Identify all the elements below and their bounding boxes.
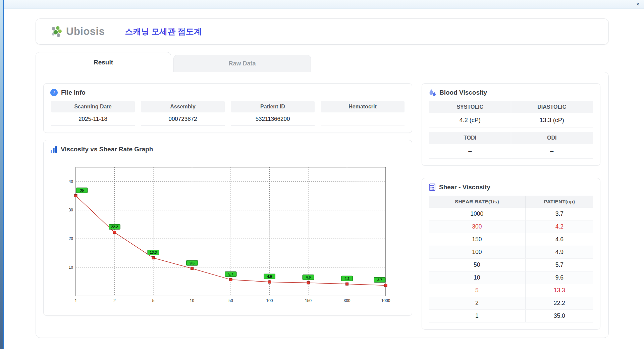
result-panel: i File Info Scanning Date 2025-11-18 Ass… [36, 72, 609, 338]
svg-text:20: 20 [69, 236, 73, 241]
tab-result[interactable]: Result [36, 52, 171, 72]
table-row: 109.6 [429, 271, 593, 284]
svg-text:5: 5 [152, 298, 155, 303]
table-row: 513.3 [429, 284, 593, 297]
todi-value: – [429, 144, 511, 159]
bar-chart-icon [50, 146, 57, 153]
diastolic-header: DIASTOLIC [511, 101, 593, 113]
table-row: 1004.9 [429, 246, 593, 259]
shear-table-head: SHEAR RATE(1/s) PATIENT(cp) [429, 196, 593, 208]
shear-rate-cell: 300 [429, 220, 525, 233]
odi-header: ODI [511, 132, 593, 144]
diastolic-value: 13.3 (cP) [511, 113, 593, 128]
hematocrit-value [321, 112, 405, 126]
table-row: 3004.2 [429, 220, 593, 233]
svg-text:9.6: 9.6 [190, 261, 195, 265]
svg-text:100: 100 [266, 298, 273, 303]
chart-container: 10203040125105010015030010003522.213.39.… [50, 158, 405, 309]
patient-cell: 3.7 [525, 208, 593, 220]
svg-text:3.7: 3.7 [377, 278, 382, 282]
svg-text:150: 150 [305, 298, 312, 303]
table-row: 222.2 [429, 297, 593, 310]
shear-table-body: 10003.73004.21504.61004.9505.7109.6513.3… [429, 208, 593, 322]
scanning-date-field: Scanning Date 2025-11-18 [51, 101, 135, 126]
scanning-date-label: Scanning Date [51, 101, 135, 112]
table-row: 135.0 [429, 310, 593, 322]
patient-cell: 4.6 [525, 233, 593, 246]
patient-cell: 13.3 [525, 284, 593, 297]
blood-viscosity-header: Blood Viscosity [429, 89, 593, 96]
svg-text:10: 10 [190, 298, 195, 303]
app-window: × Ubiosis 스캐닝 모세관 점도계 Result Raw Data [3, 0, 644, 349]
systolic-diastolic-row: SYSTOLIC DIASTOLIC 4.2 (cP) 13.3 (cP) [429, 101, 593, 128]
table-row: 505.7 [429, 259, 593, 271]
patient-cell: 35.0 [525, 310, 593, 322]
systolic-value: 4.2 (cP) [429, 113, 511, 128]
svg-text:50: 50 [228, 298, 233, 303]
patient-id-label: Patient ID [231, 101, 315, 112]
app-title: 스캐닝 모세관 점도계 [125, 26, 202, 37]
svg-text:13.3: 13.3 [150, 250, 157, 254]
shear-rate-cell: 50 [429, 259, 525, 271]
left-column: i File Info Scanning Date 2025-11-18 Ass… [43, 83, 412, 330]
shear-rate-cell: 5 [429, 284, 525, 297]
graph-card: Viscosity vs Shear Rate Graph 1020304012… [43, 140, 412, 316]
svg-text:22.2: 22.2 [111, 225, 118, 229]
patient-column-header: PATIENT(cp) [525, 196, 593, 208]
shear-viscosity-card: Shear - Viscosity SHEAR RATE(1/s) PATIEN… [422, 178, 600, 330]
close-icon[interactable]: × [636, 2, 639, 7]
calculator-icon [429, 184, 436, 191]
tab-raw-data[interactable]: Raw Data [173, 55, 311, 72]
droplet-icon [429, 89, 436, 96]
logo-text: Ubiosis [66, 26, 105, 38]
svg-text:10: 10 [69, 265, 73, 270]
svg-text:4.9: 4.9 [267, 275, 272, 279]
logo: Ubiosis [50, 26, 105, 38]
scanning-date-value: 2025-11-18 [51, 112, 135, 126]
patient-cell: 4.2 [525, 220, 593, 233]
logo-icon [50, 26, 63, 37]
patient-cell: 5.7 [525, 259, 593, 271]
assembly-label: Assembly [141, 101, 225, 112]
shear-rate-cell: 2 [429, 297, 525, 310]
graph-header: Viscosity vs Shear Rate Graph [50, 146, 405, 153]
viscosity-chart: 10203040125105010015030010003522.213.39.… [59, 158, 391, 307]
patient-id-field: Patient ID 53211366200 [231, 101, 315, 126]
hematocrit-field: Hematocrit [321, 101, 405, 126]
patient-cell: 4.9 [525, 246, 593, 259]
svg-text:40: 40 [69, 179, 73, 184]
todi-odi-row: TODI ODI – – [429, 132, 593, 159]
table-row: 1504.6 [429, 233, 593, 246]
svg-text:2: 2 [113, 298, 116, 303]
patient-id-value: 53211366200 [231, 112, 315, 126]
shear-viscosity-title: Shear - Viscosity [439, 184, 490, 191]
svg-text:35: 35 [80, 188, 84, 192]
desktop-background [0, 0, 3, 349]
svg-text:1000: 1000 [381, 298, 390, 303]
shear-viscosity-header: Shear - Viscosity [429, 184, 593, 191]
blood-viscosity-title: Blood Viscosity [439, 89, 487, 96]
odi-value: – [511, 144, 593, 159]
assembly-value: 000723872 [141, 112, 225, 126]
svg-text:1: 1 [75, 298, 77, 303]
right-column: Blood Viscosity SYSTOLIC DIASTOLIC 4.2 (… [422, 83, 600, 330]
file-info-fields: Scanning Date 2025-11-18 Assembly 000723… [50, 101, 405, 126]
tab-bar: Result Raw Data [36, 52, 609, 72]
systolic-header: SYSTOLIC [429, 101, 511, 113]
shear-rate-column-header: SHEAR RATE(1/s) [429, 196, 525, 208]
info-icon: i [50, 89, 58, 96]
svg-text:300: 300 [343, 298, 350, 303]
table-row: 10003.7 [429, 208, 593, 220]
svg-text:30: 30 [69, 208, 73, 212]
shear-rate-cell: 100 [429, 246, 525, 259]
shear-rate-cell: 1000 [429, 208, 525, 220]
shear-table: SHEAR RATE(1/s) PATIENT(cp) 10003.73004.… [429, 196, 593, 322]
svg-text:4.2: 4.2 [344, 277, 350, 281]
assembly-field: Assembly 000723872 [141, 101, 225, 126]
graph-title: Viscosity vs Shear Rate Graph [61, 146, 153, 153]
patient-cell: 9.6 [525, 271, 593, 284]
file-info-header: i File Info [50, 89, 405, 96]
shear-rate-cell: 150 [429, 233, 525, 246]
shear-rate-cell: 1 [429, 310, 525, 322]
titlebar: × [4, 0, 644, 9]
